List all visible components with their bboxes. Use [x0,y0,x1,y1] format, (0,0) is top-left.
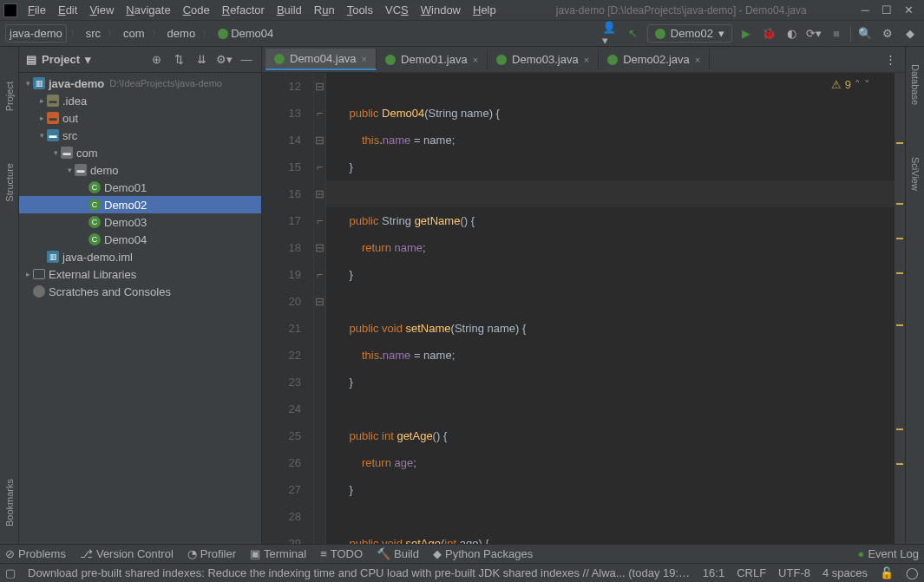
profile-button[interactable]: ⟳▾ [805,25,822,43]
menu-edit[interactable]: Edit [53,2,82,18]
tab-demo02[interactable]: Demo02.java× [599,49,710,69]
plugins-button[interactable]: ◆ [901,25,919,43]
rail-structure[interactable]: Structure [4,163,15,202]
tree-class-demo04[interactable]: CDemo04 [19,231,261,248]
main-area: Project Structure Bookmarks ▤ Project ▾ … [0,47,924,544]
menu-help[interactable]: Help [468,2,501,18]
tree-root[interactable]: ▾▥java-demoD:\IdeaProjects\java-demo [19,75,261,92]
tree-class-demo01[interactable]: CDemo01 [19,179,261,196]
close-tab-icon[interactable]: × [362,54,367,64]
status-message[interactable]: Download pre-built shared indexes: Reduc… [28,566,691,579]
crumb-root[interactable]: java-demo [5,24,67,43]
select-opened-icon[interactable]: ⊕ [148,52,164,68]
tab-demo03[interactable]: Demo03.java× [488,49,599,69]
bottom-vcs[interactable]: ⎇ Version Control [80,547,174,560]
coverage-button[interactable]: ◐ [783,25,800,43]
minimize-button[interactable]: ─ [862,3,869,16]
settings-icon[interactable]: ⚙▾ [216,52,232,68]
close-button[interactable]: ✕ [904,3,914,16]
bottom-label: TODO [331,547,363,560]
rail-database[interactable]: Database [910,64,921,105]
settings-button[interactable]: ⚙ [879,25,896,43]
app-logo [3,3,17,17]
tree-src[interactable]: ▾▬src [19,127,261,144]
stop-button[interactable]: ■ [828,25,845,43]
tree-idea[interactable]: ▸▬.idea [19,92,261,109]
status-bar: ▢ Download pre-built shared indexes: Red… [0,563,924,582]
run-config-select[interactable]: Demo02▾ [647,24,732,43]
menu-file[interactable]: File [23,2,51,18]
crumb-com[interactable]: com [120,25,148,42]
crumb-class[interactable]: Demo04 [214,25,277,42]
status-position[interactable]: 16:1 [703,566,724,579]
menu-refactor[interactable]: Refactor [217,2,270,18]
tab-demo04[interactable]: Demo04.java× [265,49,377,70]
tree-idea-label: .idea [62,95,87,108]
tree-demo[interactable]: ▾▬demo [19,161,261,179]
project-header-title[interactable]: ▤ Project ▾ [26,53,141,66]
error-stripe[interactable] [895,73,905,544]
code-area[interactable]: 121314151617181920212223242526272829 ⊟⌐⊟… [262,73,905,544]
status-indent[interactable]: 4 spaces [822,566,868,579]
rail-sciview[interactable]: SciView [910,157,921,191]
hide-icon[interactable]: — [239,52,254,68]
status-eol[interactable]: CRLF [737,566,766,579]
prev-warning-icon[interactable]: ˄ [855,78,861,91]
tabs-more-icon[interactable]: ⋮ [876,53,905,66]
bottom-profiler[interactable]: ◔ Profiler [187,547,236,560]
close-tab-icon[interactable]: × [584,55,589,65]
status-memory-icon[interactable]: ◯ [906,566,919,579]
right-rail: Database SciView [905,47,924,544]
debug-button[interactable]: 🐞 [760,25,777,43]
code-content[interactable]: public Demo04(String name) { this.name =… [326,73,895,544]
bottom-build[interactable]: 🔨 Build [377,547,419,560]
menu-build[interactable]: Build [272,2,307,18]
class-icon [385,55,396,65]
expand-all-icon[interactable]: ⇅ [171,52,187,68]
bottom-todo[interactable]: ≡ TODO [320,547,363,560]
menu-code[interactable]: Code [178,2,215,18]
next-warning-icon[interactable]: ˅ [864,78,870,91]
tree-ext-libs[interactable]: ▸External Libraries [19,265,261,283]
bottom-python[interactable]: ◆ Python Packages [433,547,533,560]
run-button[interactable]: ▶ [737,25,755,43]
status-readonly-icon[interactable]: 🔓 [880,566,894,579]
close-tab-icon[interactable]: × [695,55,700,65]
tree-out[interactable]: ▸▬out [19,109,261,127]
rail-project[interactable]: Project [4,82,15,111]
crumb-src[interactable]: src [82,25,104,42]
tree-com[interactable]: ▾▬com [19,144,261,161]
tree-iml[interactable]: ▥java-demo.iml [19,248,261,265]
tree-class-demo03[interactable]: CDemo03 [19,213,261,231]
search-button[interactable]: 🔍 [856,25,874,43]
user-icon[interactable]: 👤▾ [602,25,619,43]
collapse-all-icon[interactable]: ⇊ [193,52,209,68]
tree-class-label: Demo01 [104,181,147,194]
tab-demo01[interactable]: Demo01.java× [377,49,488,69]
menu-vcs[interactable]: VCS [380,2,414,18]
tree-class-label: Demo03 [104,216,147,229]
close-tab-icon[interactable]: × [473,55,478,65]
tree-root-path: D:\IdeaProjects\java-demo [109,78,222,88]
menu-tools[interactable]: Tools [342,2,378,18]
menu-view[interactable]: View [84,2,119,18]
tree-class-demo02[interactable]: CDemo02 [19,196,261,213]
status-encoding[interactable]: UTF-8 [778,566,810,579]
rail-bookmarks[interactable]: Bookmarks [4,479,15,526]
menu-window[interactable]: Window [416,2,466,18]
bottom-terminal[interactable]: ▣ Terminal [250,547,306,560]
gutter[interactable]: 121314151617181920212223242526272829 [262,73,314,544]
menu-run[interactable]: Run [309,2,340,18]
inspection-badge[interactable]: ⚠ 9 ˄ ˅ [831,78,870,91]
bottom-event-log[interactable]: ●Event Log [858,547,919,560]
event-dot-icon: ● [858,547,865,560]
tool-window-icon[interactable]: ▢ [5,566,16,579]
back-icon[interactable]: ↖ [625,25,642,43]
crumb-demo[interactable]: demo [164,25,200,42]
fold-bar[interactable]: ⊟⌐⊟⌐⊟⌐⊟⌐⊟ [314,73,326,544]
tree-scratches[interactable]: Scratches and Consoles [19,283,261,300]
bottom-label: Python Packages [445,547,533,560]
menu-navigate[interactable]: Navigate [121,2,175,18]
maximize-button[interactable]: ☐ [881,3,892,16]
bottom-problems[interactable]: ⊘ Problems [5,547,66,560]
